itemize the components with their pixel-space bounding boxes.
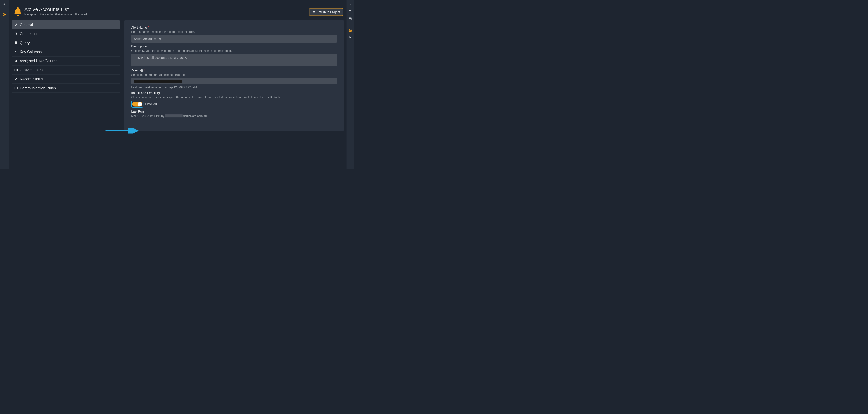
toggle-label: Enabled [145,102,157,106]
field-last-run: Last Run Mar 18, 2022 4:41 PM by @BizDat… [131,110,337,118]
last-run-label: Last Run [131,110,144,114]
undo-icon[interactable] [348,9,352,13]
toggle-highlight-annotation [131,101,144,107]
wrench-icon [14,23,18,27]
nav-label: General [20,23,33,27]
info-icon[interactable]: i [157,92,160,94]
alert-name-help: Enter a name describing the purpose of t… [131,30,337,33]
alert-name-input[interactable] [131,35,337,42]
agent-heartbeat: Last heartbeat recorded on Sep 12, 2022 … [131,86,337,89]
agent-label: Agent [131,69,139,72]
import-export-help: Choose whether users can export the resu… [131,95,337,99]
nav-item-record-status[interactable]: Record Status [11,75,120,84]
nav-label: Record Status [20,77,43,81]
required-indicator: * [144,69,145,72]
expand-left-icon[interactable]: » [3,2,5,5]
edit-icon [14,77,18,81]
save-icon[interactable] [348,29,352,33]
description-help: Optionally, you can provide more informa… [131,49,337,53]
user-icon [14,59,18,63]
nav-item-communication[interactable]: Communication Rules [11,84,120,93]
alert-name-label: Alert Name [131,26,147,29]
columns-icon [14,68,18,72]
last-run-prefix: Mar 18, 2022 4:41 PM by [131,114,164,118]
agent-value-redacted [134,79,182,83]
description-input[interactable] [131,54,337,66]
main-area: Active Accounts List Navigate to the sec… [9,0,346,169]
bell-icon [11,6,24,17]
collapse-right-icon[interactable]: « [349,2,351,6]
section-nav: General Connection Query Key Columns Ass… [11,20,120,131]
envelope-icon [14,86,18,90]
field-agent: Agent i * Select the agent that will exe… [131,69,337,89]
right-rail: « [347,0,354,169]
page-title: Active Accounts List [24,6,89,12]
svg-rect-3 [349,18,351,20]
file-icon [14,41,18,44]
page-header: Active Accounts List Navigate to the sec… [10,0,345,20]
key-icon [14,50,18,54]
required-indicator: * [148,26,149,29]
toggle-knob [138,102,142,106]
nav-item-general[interactable]: General [11,20,120,29]
description-label: Description [131,45,147,49]
nav-item-custom-fields[interactable]: Custom Fields [11,66,120,75]
import-export-toggle[interactable] [132,101,143,106]
info-icon[interactable]: i [141,69,143,72]
return-to-project-button[interactable]: Return to Project [309,8,343,16]
last-run-user-redacted [165,115,182,117]
add-icon[interactable] [3,13,6,17]
import-export-label: Import and Export [131,91,156,95]
nav-label: Connection [20,32,38,36]
agent-help: Select the agent that will execute this … [131,73,337,76]
nav-item-key-columns[interactable]: Key Columns [11,47,120,57]
nav-item-connection[interactable]: Connection [11,29,120,38]
last-run-suffix: @BizData.com.au [183,114,207,118]
return-button-label: Return to Project [316,10,340,14]
plug-icon [14,32,18,35]
svg-marker-8 [350,36,351,38]
nav-label: Key Columns [20,50,41,54]
folder-icon [312,10,315,14]
left-rail: » [0,0,9,169]
field-alert-name: Alert Name * Enter a name describing the… [131,26,337,42]
form-panel: Alert Name * Enter a name describing the… [124,20,344,131]
nav-label: Query [20,41,30,45]
nav-item-assigned-user[interactable]: Assigned User Column [11,57,120,66]
play-icon[interactable] [349,35,352,39]
nav-label: Custom Fields [20,68,43,72]
nav-label: Assigned User Column [20,59,57,63]
nav-label: Communication Rules [20,86,56,90]
field-import-export: Import and Export i Choose whether users… [131,91,337,107]
field-description: Description Optionally, you can provide … [131,45,337,66]
grid-icon[interactable] [349,17,352,21]
nav-item-query[interactable]: Query [11,38,120,47]
page-subtitle: Navigate to the section that you would l… [24,13,89,16]
